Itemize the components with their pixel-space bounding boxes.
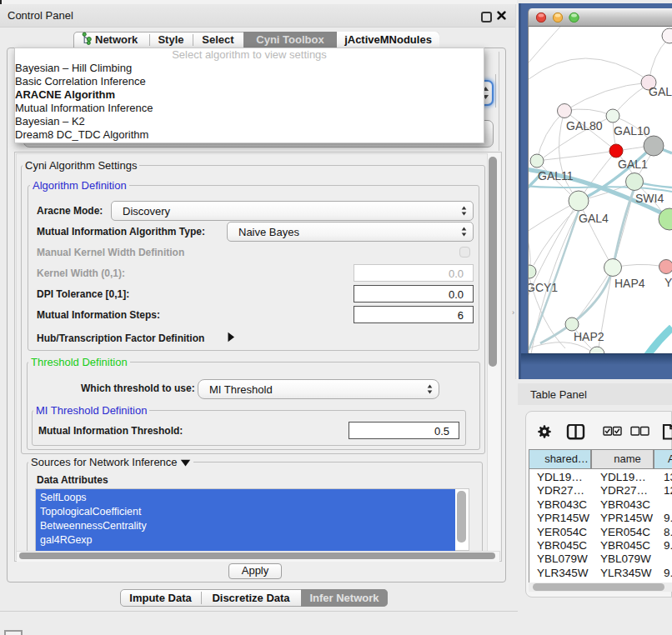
svg-text:HAP2: HAP2 bbox=[574, 330, 604, 343]
svg-text:HAP4: HAP4 bbox=[614, 277, 645, 290]
svg-text:SWI4: SWI4 bbox=[635, 192, 664, 205]
svg-text:GAL4: GAL4 bbox=[579, 212, 609, 225]
svg-text:GAL80: GAL80 bbox=[566, 119, 603, 132]
svg-text:YM: YM bbox=[664, 276, 672, 289]
svg-text:GAL11: GAL11 bbox=[538, 169, 574, 182]
svg-text:GCY1: GCY1 bbox=[529, 281, 558, 294]
svg-text:GAL1: GAL1 bbox=[618, 158, 648, 171]
svg-text:GAL7: GAL7 bbox=[649, 85, 672, 98]
svg-text:GAL10: GAL10 bbox=[614, 124, 650, 138]
